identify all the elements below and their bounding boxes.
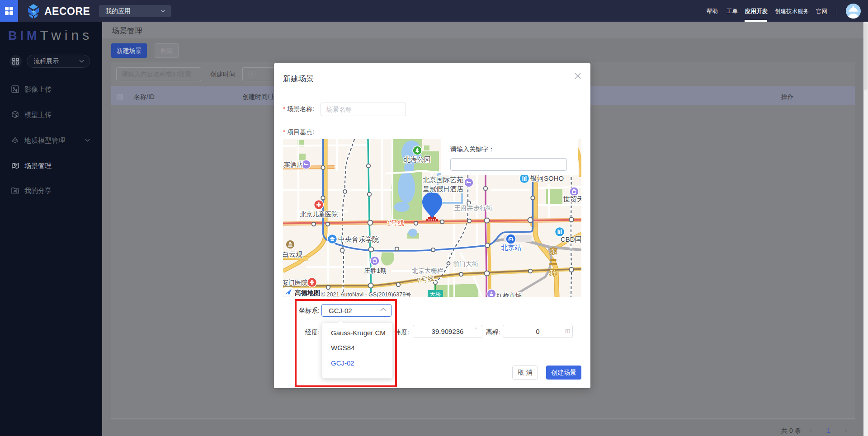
svg-text:世贸天: 世贸天	[563, 195, 581, 203]
svg-text:宾酒店: 宾酒店	[284, 161, 303, 168]
svg-text:庄胜1期: 庄胜1期	[364, 267, 387, 274]
svg-text:白云观: 白云观	[283, 250, 302, 258]
svg-text:安门医院: 安门医院	[283, 279, 307, 286]
svg-text:红桥市场: 红桥市场	[496, 292, 522, 297]
svg-text:东: 东	[550, 247, 557, 255]
svg-text:北京儿童医院: 北京儿童医院	[300, 211, 338, 218]
svg-text:王府井步行街: 王府井步行街	[454, 204, 492, 211]
svg-text:前门大街: 前门大街	[453, 260, 478, 267]
svg-text:© 2021 AutoNavi - GS(2019)6379: © 2021 AutoNavi - GS(2019)6379号	[321, 291, 411, 297]
svg-text:北京国际艺苑: 北京国际艺苑	[423, 176, 463, 183]
svg-text:CBD国际: CBD国际	[561, 235, 581, 243]
svg-text:银河SOHO: 银河SOHO	[530, 174, 564, 182]
svg-text:二: 二	[550, 258, 557, 266]
svg-text:北京大栅栏: 北京大栅栏	[412, 267, 443, 274]
svg-text:1号线: 1号线	[387, 219, 404, 227]
svg-text:中央音乐学院: 中央音乐学院	[338, 235, 379, 243]
svg-text:北海公园: 北海公园	[404, 155, 431, 163]
svg-text:天桥: 天桥	[430, 291, 441, 297]
svg-text:高德地图: 高德地图	[295, 289, 320, 296]
svg-text:环: 环	[550, 269, 557, 277]
svg-text:北京站: 北京站	[501, 244, 522, 251]
svg-text:皇冠假日酒店: 皇冠假日酒店	[423, 185, 463, 192]
